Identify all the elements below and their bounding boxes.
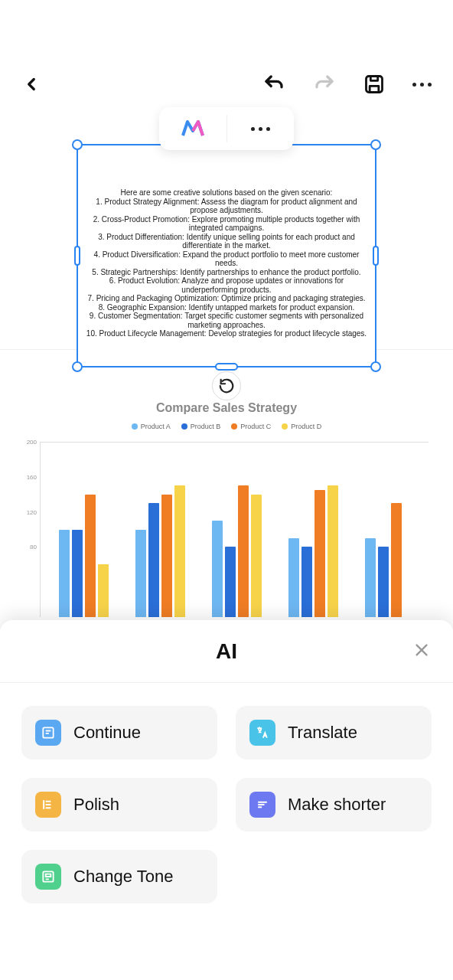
bar-chart: 80120160200 xyxy=(23,438,429,617)
bar xyxy=(225,547,236,617)
text-line: 1. Product Strategy Alignment: Assess th… xyxy=(84,198,369,215)
legend-label: Product B xyxy=(191,423,221,430)
back-button[interactable] xyxy=(21,74,41,94)
ai-action-label: Polish xyxy=(73,795,119,815)
chart-title: Compare Sales Strategy xyxy=(0,401,453,415)
y-tick: 160 xyxy=(27,473,37,480)
translate-icon xyxy=(249,720,275,746)
bar xyxy=(365,538,376,617)
legend-swatch xyxy=(282,423,288,430)
reset-icon xyxy=(218,377,235,394)
legend-swatch xyxy=(231,423,237,430)
bar xyxy=(212,521,223,617)
chart-legend: Product AProduct BProduct CProduct D xyxy=(0,423,453,430)
y-axis: 80120160200 xyxy=(23,438,40,617)
sheet-title: AI xyxy=(216,639,237,664)
ai-action-label: Make shorter xyxy=(288,795,386,815)
sheet-header: AI xyxy=(0,620,453,683)
bar xyxy=(161,495,172,617)
text-line: 6. Product Evolution: Analyze and propos… xyxy=(84,276,369,294)
bar-group xyxy=(286,442,341,617)
bar xyxy=(251,495,262,617)
text-line: 10. Product Lifecycle Management: Develo… xyxy=(84,329,369,338)
ai-continue-button[interactable]: Continue xyxy=(21,706,217,760)
bar xyxy=(314,490,325,617)
ai-change-tone-button[interactable]: Change Tone xyxy=(21,850,217,903)
close-icon xyxy=(413,642,430,658)
ai-action-label: Change Tone xyxy=(73,867,174,887)
y-tick: 80 xyxy=(30,544,37,550)
text-line: 8. Geographic Expansion: Identify untapp… xyxy=(84,303,369,312)
bar xyxy=(301,547,312,617)
resize-handle-mb[interactable] xyxy=(215,363,238,371)
sheet-body: ContinueTranslatePolishMake shorterChang… xyxy=(0,683,453,903)
reset-button[interactable] xyxy=(212,371,241,400)
ai-make-shorter-button[interactable]: Make shorter xyxy=(236,778,432,831)
bar xyxy=(135,530,146,618)
ai-action-label: Continue xyxy=(73,723,141,743)
legend-swatch xyxy=(132,423,138,430)
svg-rect-0 xyxy=(367,77,383,93)
bar xyxy=(391,503,402,617)
shorter-icon xyxy=(249,792,275,818)
resize-handle-ml[interactable] xyxy=(74,246,80,266)
text-line: 5. Strategic Partnerships: Identify part… xyxy=(84,268,369,277)
bar xyxy=(174,485,185,617)
bar-group xyxy=(132,442,187,617)
resize-handle-mr[interactable] xyxy=(373,246,379,266)
more-button[interactable] xyxy=(412,83,432,87)
legend-swatch xyxy=(181,423,187,430)
selected-text-box[interactable]: Here are some creative solutions based o… xyxy=(77,144,376,368)
redo-button[interactable] xyxy=(313,73,336,96)
text-content: Here are some creative solutions based o… xyxy=(78,145,375,345)
bar xyxy=(98,564,109,617)
save-button[interactable] xyxy=(363,74,385,95)
bar xyxy=(72,530,83,618)
more-icon xyxy=(251,127,270,131)
undo-button[interactable] xyxy=(262,73,285,96)
bar xyxy=(378,547,389,617)
ai-polish-button[interactable]: Polish xyxy=(21,778,217,831)
top-toolbar xyxy=(0,0,453,107)
close-button[interactable] xyxy=(413,642,430,662)
text-line: 2. Cross-Product Promotion: Explore prom… xyxy=(84,215,369,233)
resize-handle-br[interactable] xyxy=(370,361,381,372)
text-line: 3. Product Differentiation: Identify uni… xyxy=(84,233,369,250)
bar-group xyxy=(209,442,264,617)
ai-action-label: Translate xyxy=(288,723,357,743)
text-line: 9. Customer Segmentation: Target specifi… xyxy=(84,312,369,329)
text-line: 7. Pricing and Packaging Optimization: O… xyxy=(84,294,369,303)
y-tick: 200 xyxy=(27,439,37,446)
floating-toolbar xyxy=(159,107,294,150)
legend-label: Product D xyxy=(291,423,321,430)
resize-handle-tl[interactable] xyxy=(72,139,83,150)
bar xyxy=(328,485,338,617)
legend-label: Product A xyxy=(141,423,171,430)
continue-icon xyxy=(35,720,61,746)
tone-icon xyxy=(35,864,61,890)
bar xyxy=(59,530,70,618)
bar xyxy=(288,538,299,617)
y-tick: 120 xyxy=(27,508,37,515)
resize-handle-tr[interactable] xyxy=(370,139,381,150)
text-line: 4. Product Diversification: Expand the p… xyxy=(84,250,369,268)
bar xyxy=(238,485,249,617)
app-logo-button[interactable] xyxy=(159,107,226,150)
legend-item: Product A xyxy=(132,423,171,430)
bar-group xyxy=(56,442,111,617)
ai-sheet: AI ContinueTranslatePolishMake shorterCh… xyxy=(0,620,453,980)
legend-item: Product C xyxy=(231,423,271,430)
bar-group xyxy=(363,442,418,617)
legend-item: Product D xyxy=(282,423,321,430)
plot-area xyxy=(40,442,429,617)
intro-line: Here are some creative solutions based o… xyxy=(84,188,369,198)
resize-handle-bl[interactable] xyxy=(72,361,83,372)
bar xyxy=(85,495,96,617)
legend-label: Product C xyxy=(240,423,271,430)
ai-translate-button[interactable]: Translate xyxy=(236,706,432,760)
legend-item: Product B xyxy=(181,423,221,430)
pill-more-button[interactable] xyxy=(227,107,295,150)
polish-icon xyxy=(35,792,61,818)
app-logo-icon xyxy=(181,120,204,137)
bar xyxy=(148,503,159,617)
